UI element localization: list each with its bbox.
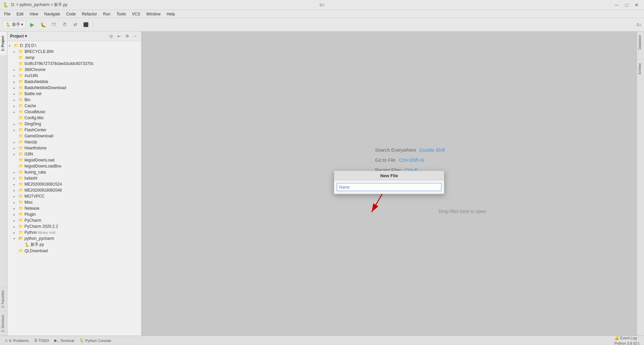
folder-icon: 📁 <box>18 163 23 169</box>
tree-item-label: ME20200918082046 <box>24 188 62 193</box>
python-console-status[interactable]: 🐍 Python Console <box>77 338 113 343</box>
expand-arrow-icon: ▸ <box>13 225 18 228</box>
tree-item[interactable]: ▸📁Bin <box>7 97 141 103</box>
sidebar-tab-database[interactable]: Database <box>637 31 644 53</box>
maximize-button[interactable]: □ <box>622 1 631 9</box>
tree-item[interactable]: ▸📁Misc <box>7 199 141 205</box>
debug-button[interactable]: 🐛 <box>38 20 48 29</box>
tree-item[interactable]: ▸📁I18N <box>7 151 141 157</box>
tree-item[interactable]: ▸📁BaiduNetdiskDownload <box>7 85 141 91</box>
root-label: D: [D] D:\ <box>20 43 36 48</box>
tree-item[interactable]: ▸📁360Chrome <box>7 67 141 73</box>
folder-icon: 📁 <box>18 176 23 181</box>
tree-item[interactable]: ▸📁PyCharm <box>7 217 141 223</box>
tree-item-label: ME20200918081524 <box>24 182 62 187</box>
tree-item-label: Battle.net <box>24 91 42 96</box>
close-button[interactable]: ✕ <box>632 1 641 9</box>
menu-item-run[interactable]: Run <box>100 11 113 17</box>
expand-arrow-icon: ▸ <box>13 128 18 132</box>
tree-item[interactable]: ▸📁Hearthstone <box>7 145 141 151</box>
tree-item[interactable]: ▸📁Plugin <box>7 211 141 217</box>
main-layout: 1: Project 2: Favorites 2: Structure Pro… <box>0 31 644 336</box>
tree-item-label: Config.Msi <box>24 116 44 120</box>
minimize-button[interactable]: ─ <box>612 1 621 9</box>
sidebar-tab-project[interactable]: 1: Project <box>0 31 7 55</box>
terminal-status[interactable]: ▶_ Terminal <box>52 338 76 343</box>
sidebar-tab-soview[interactable]: SoView <box>637 60 644 78</box>
menu-item-window[interactable]: Window <box>144 11 163 17</box>
menu-item-navigate[interactable]: Navigate <box>42 11 63 17</box>
tree-item[interactable]: ▸📁FlashCenter <box>7 127 141 133</box>
expand-arrow-icon: ▸ <box>13 92 18 96</box>
profile-button[interactable]: ⏱ <box>60 20 69 29</box>
tree-item[interactable]: ▸📁Battle.net <box>7 91 141 97</box>
tree-item[interactable]: ▸📁CloudMusic <box>7 109 141 115</box>
menu-item-code[interactable]: Code <box>63 11 78 17</box>
menu-item-file[interactable]: File <box>1 11 13 17</box>
python-version-status[interactable]: Python 3.8 (D:) <box>612 341 641 345</box>
event-log-status[interactable]: 🔔 Event Log <box>612 335 641 341</box>
tree-item[interactable]: ▸📁DingDing <box>7 121 141 127</box>
tree-item[interactable]: 📁GameDownload <box>7 133 141 139</box>
new-file-input[interactable] <box>337 183 441 191</box>
library-root-badge: library root <box>38 230 55 234</box>
menu-item-help[interactable]: Help <box>164 11 178 17</box>
log-icon: 🔔 <box>614 336 619 340</box>
problems-status[interactable]: ⚠ 6: Problems <box>3 338 31 343</box>
tree-item[interactable]: 📁Config.Msi <box>7 115 141 121</box>
run-config-dropdown[interactable]: 🐍 新手 ▾ <box>3 20 26 29</box>
tree-item-label: Cache <box>24 104 36 108</box>
menu-item-view[interactable]: View <box>27 11 41 17</box>
hide-panel-button[interactable]: ─ <box>132 33 139 40</box>
sidebar-tab-structure[interactable]: 2: Structure <box>0 311 7 336</box>
tree-item[interactable]: 📁.temp <box>7 55 141 61</box>
terminal-icon: ▶_ <box>54 338 59 343</box>
tree-item[interactable]: 📁0c8fc379b727378cbed3cddc6073370c <box>7 61 141 67</box>
folder-icon: 📁 <box>18 194 23 199</box>
menu-item-tools[interactable]: Tools <box>114 11 128 17</box>
folder-icon: 📁 <box>18 97 23 102</box>
tree-item[interactable]: ▸📁Haozip <box>7 139 141 145</box>
stop-button[interactable]: ⬛ <box>81 20 91 29</box>
expand-arrow-icon: ▸ <box>13 80 18 84</box>
folder-icon: 📁 <box>18 61 23 66</box>
collapse-all-button[interactable]: ⇤ <box>116 33 122 40</box>
tree-item[interactable]: 📁leigodDownLoadBox <box>7 163 141 169</box>
tree-item[interactable]: ▸📁ME20200918082046 <box>7 187 141 193</box>
tree-item[interactable]: ▸📁$RECYCLE.BIN <box>7 49 141 55</box>
folder-icon: 📁 <box>18 127 23 133</box>
coverage-button[interactable]: 🛡 <box>49 20 58 29</box>
expand-arrow-icon: ▸ <box>13 140 18 144</box>
tree-item[interactable]: ▸📁Netease <box>7 205 141 211</box>
menu-item-refactor[interactable]: Refactor <box>79 11 100 17</box>
folder-icon: 📁 <box>18 133 23 139</box>
tree-item[interactable]: ▸📁MGTVPCC <box>7 193 141 199</box>
tree-item[interactable]: 📁leigodDownLoad <box>7 157 141 163</box>
tree-item[interactable]: 🐍新手.py <box>7 242 141 248</box>
locate-file-button[interactable]: ◎ <box>108 33 114 40</box>
tree-item-label: ludashi <box>24 176 37 181</box>
tree-item[interactable]: ▸📁ME20200918081524 <box>7 181 141 187</box>
menu-item-vcs[interactable]: VCS <box>129 11 143 17</box>
tree-item[interactable]: ▾📂python_pycharm <box>7 235 141 242</box>
drop-text: Drop files here to open <box>439 209 486 214</box>
tree-item[interactable]: ▸📁BaiduNetdisk <box>7 79 141 85</box>
menu-item-edit[interactable]: Edit <box>14 11 26 17</box>
tree-item[interactable]: 📁QLDownload <box>7 248 141 254</box>
tree-item-label: FlashCenter <box>24 128 46 132</box>
settings-button[interactable]: ⚙ <box>124 33 130 40</box>
project-title[interactable]: Project ▾ <box>10 34 106 39</box>
tree-item[interactable]: ▸📁Pythonlibrary root <box>7 229 141 235</box>
tree-item[interactable]: ▸📁AuI18N <box>7 73 141 79</box>
tree-item[interactable]: ▸📁ludashi <box>7 175 141 181</box>
tree-item[interactable]: ▸📁Cache <box>7 103 141 109</box>
run-button[interactable]: ▶ <box>28 20 37 29</box>
todo-status[interactable]: ☰ TODO <box>32 338 51 343</box>
arrow-icon: ▾ <box>9 44 13 48</box>
folder-icon: 📁 <box>18 139 23 145</box>
sidebar-tab-favorites[interactable]: 2: Favorites <box>0 287 7 311</box>
tree-root[interactable]: ▾ 📁 D: [D] D:\ <box>7 43 141 49</box>
tree-item[interactable]: ▸📁liuxing_cata <box>7 169 141 175</box>
concurrency-button[interactable]: ⇄ <box>70 20 80 29</box>
tree-item[interactable]: ▸📁PyCharm 2020.2.2 <box>7 223 141 229</box>
